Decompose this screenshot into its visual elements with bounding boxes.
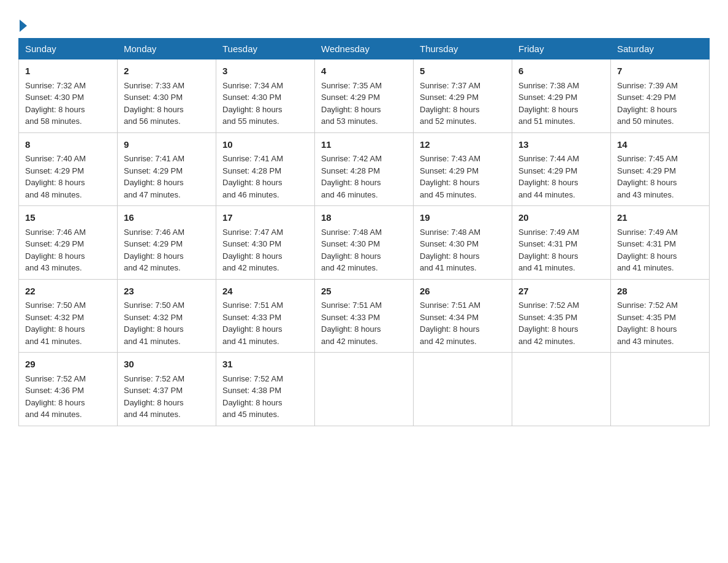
day-number: 7 xyxy=(617,64,703,79)
day-number: 28 xyxy=(617,285,703,299)
calendar-week-row: 22Sunrise: 7:50 AMSunset: 4:32 PMDayligh… xyxy=(19,279,710,353)
day-number: 31 xyxy=(222,358,308,372)
day-number: 14 xyxy=(617,138,703,152)
day-number: 11 xyxy=(321,138,407,152)
calendar-cell xyxy=(611,353,710,426)
calendar-cell: 23Sunrise: 7:50 AMSunset: 4:32 PMDayligh… xyxy=(118,279,216,353)
day-number: 9 xyxy=(124,138,210,152)
calendar-cell: 16Sunrise: 7:46 AMSunset: 4:29 PMDayligh… xyxy=(118,206,216,280)
weekday-header-monday: Monday xyxy=(118,39,216,59)
weekday-header-friday: Friday xyxy=(512,39,611,59)
day-number: 16 xyxy=(124,211,210,225)
calendar-cell: 25Sunrise: 7:51 AMSunset: 4:33 PMDayligh… xyxy=(315,279,414,353)
day-number: 3 xyxy=(222,64,308,79)
calendar-cell: 7Sunrise: 7:39 AMSunset: 4:29 PMDaylight… xyxy=(611,59,710,133)
day-number: 13 xyxy=(518,138,604,152)
day-number: 8 xyxy=(25,138,111,152)
calendar-cell: 19Sunrise: 7:48 AMSunset: 4:30 PMDayligh… xyxy=(414,206,512,280)
calendar-week-row: 8Sunrise: 7:40 AMSunset: 4:29 PMDaylight… xyxy=(19,132,710,206)
day-number: 20 xyxy=(518,211,604,225)
day-number: 19 xyxy=(420,211,506,225)
calendar-cell: 31Sunrise: 7:52 AMSunset: 4:38 PMDayligh… xyxy=(216,353,315,426)
day-number: 2 xyxy=(124,64,210,79)
day-number: 26 xyxy=(420,285,506,299)
calendar-cell: 26Sunrise: 7:51 AMSunset: 4:34 PMDayligh… xyxy=(414,279,512,353)
day-number: 1 xyxy=(25,64,111,79)
calendar-cell xyxy=(315,353,414,426)
calendar-cell: 29Sunrise: 7:52 AMSunset: 4:36 PMDayligh… xyxy=(19,353,118,426)
calendar-cell: 22Sunrise: 7:50 AMSunset: 4:32 PMDayligh… xyxy=(19,279,118,353)
calendar-table: SundayMondayTuesdayWednesdayThursdayFrid… xyxy=(18,38,710,426)
weekday-header-thursday: Thursday xyxy=(414,39,512,59)
calendar-cell: 13Sunrise: 7:44 AMSunset: 4:29 PMDayligh… xyxy=(512,132,611,206)
calendar-cell: 12Sunrise: 7:43 AMSunset: 4:29 PMDayligh… xyxy=(414,132,512,206)
calendar-week-row: 15Sunrise: 7:46 AMSunset: 4:29 PMDayligh… xyxy=(19,206,710,280)
day-number: 21 xyxy=(617,211,703,225)
day-number: 12 xyxy=(420,138,506,152)
calendar-cell: 24Sunrise: 7:51 AMSunset: 4:33 PMDayligh… xyxy=(216,279,315,353)
day-number: 24 xyxy=(222,285,308,299)
weekday-header-tuesday: Tuesday xyxy=(216,39,315,59)
day-number: 25 xyxy=(321,285,407,299)
calendar-cell xyxy=(414,353,512,426)
day-number: 18 xyxy=(321,211,407,225)
day-number: 29 xyxy=(25,358,111,372)
day-number: 27 xyxy=(518,285,604,299)
day-number: 4 xyxy=(321,64,407,79)
calendar-cell: 18Sunrise: 7:48 AMSunset: 4:30 PMDayligh… xyxy=(315,206,414,280)
day-number: 22 xyxy=(25,285,111,299)
calendar-cell: 2Sunrise: 7:33 AMSunset: 4:30 PMDaylight… xyxy=(118,59,216,133)
day-number: 5 xyxy=(420,64,506,79)
calendar-cell xyxy=(512,353,611,426)
calendar-cell: 11Sunrise: 7:42 AMSunset: 4:28 PMDayligh… xyxy=(315,132,414,206)
calendar-cell: 28Sunrise: 7:52 AMSunset: 4:35 PMDayligh… xyxy=(611,279,710,353)
weekday-header-saturday: Saturday xyxy=(611,39,710,59)
calendar-cell: 6Sunrise: 7:38 AMSunset: 4:29 PMDaylight… xyxy=(512,59,611,133)
calendar-cell: 27Sunrise: 7:52 AMSunset: 4:35 PMDayligh… xyxy=(512,279,611,353)
logo xyxy=(18,17,27,32)
calendar-cell: 21Sunrise: 7:49 AMSunset: 4:31 PMDayligh… xyxy=(611,206,710,280)
calendar-cell: 30Sunrise: 7:52 AMSunset: 4:37 PMDayligh… xyxy=(118,353,216,426)
calendar-cell: 3Sunrise: 7:34 AMSunset: 4:30 PMDaylight… xyxy=(216,59,315,133)
day-number: 6 xyxy=(518,64,604,79)
calendar-cell: 8Sunrise: 7:40 AMSunset: 4:29 PMDaylight… xyxy=(19,132,118,206)
day-number: 30 xyxy=(124,358,210,372)
day-number: 15 xyxy=(25,211,111,225)
calendar-cell: 9Sunrise: 7:41 AMSunset: 4:29 PMDaylight… xyxy=(118,132,216,206)
calendar-week-row: 29Sunrise: 7:52 AMSunset: 4:36 PMDayligh… xyxy=(19,353,710,426)
page-header xyxy=(18,15,710,32)
calendar-cell: 15Sunrise: 7:46 AMSunset: 4:29 PMDayligh… xyxy=(19,206,118,280)
calendar-cell: 4Sunrise: 7:35 AMSunset: 4:29 PMDaylight… xyxy=(315,59,414,133)
calendar-cell: 14Sunrise: 7:45 AMSunset: 4:29 PMDayligh… xyxy=(611,132,710,206)
calendar-cell: 5Sunrise: 7:37 AMSunset: 4:29 PMDaylight… xyxy=(414,59,512,133)
calendar-cell: 20Sunrise: 7:49 AMSunset: 4:31 PMDayligh… xyxy=(512,206,611,280)
calendar-week-row: 1Sunrise: 7:32 AMSunset: 4:30 PMDaylight… xyxy=(19,59,710,133)
calendar-cell: 10Sunrise: 7:41 AMSunset: 4:28 PMDayligh… xyxy=(216,132,315,206)
calendar-cell: 1Sunrise: 7:32 AMSunset: 4:30 PMDaylight… xyxy=(19,59,118,133)
logo-arrow-icon xyxy=(20,20,27,32)
weekday-header-sunday: Sunday xyxy=(19,39,118,59)
day-number: 10 xyxy=(222,138,308,152)
weekday-header-row: SundayMondayTuesdayWednesdayThursdayFrid… xyxy=(19,39,710,59)
day-number: 17 xyxy=(222,211,308,225)
calendar-cell: 17Sunrise: 7:47 AMSunset: 4:30 PMDayligh… xyxy=(216,206,315,280)
day-number: 23 xyxy=(124,285,210,299)
weekday-header-wednesday: Wednesday xyxy=(315,39,414,59)
